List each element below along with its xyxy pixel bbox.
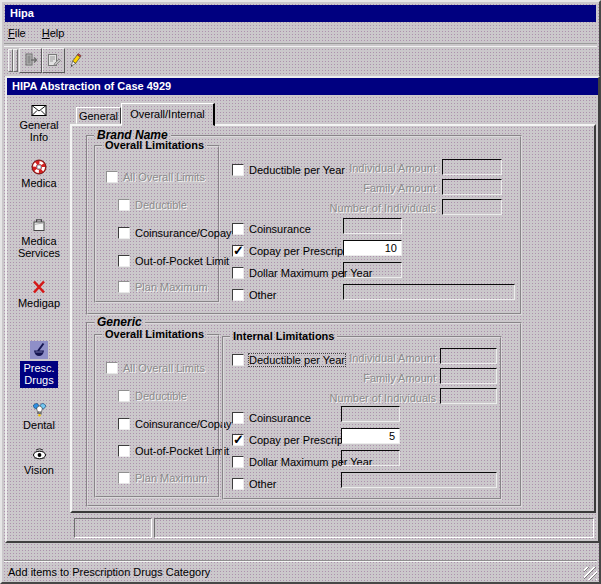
case-window-titlebar[interactable]: HIPA Abstraction of Case 4929	[7, 78, 598, 95]
checkbox-coinsurance-copay[interactable]: Coinsurance/Copay	[118, 225, 232, 240]
checkbox-box	[118, 472, 130, 484]
app-title: Hipa	[10, 7, 34, 19]
coinsurance-field[interactable]	[341, 406, 400, 422]
number-of-individuals-field[interactable]	[442, 199, 502, 215]
checkbox-plan-maximum[interactable]: Plan Maximum	[118, 279, 208, 294]
generic-overall-limitations-group: Overall Limitations All Overall Limits D…	[94, 334, 220, 498]
case-window: HIPA Abstraction of Case 4929 General In…	[5, 76, 600, 543]
edit-form-icon	[46, 52, 62, 70]
tab-control: General Overall/Internal Brand Name Over…	[70, 103, 596, 513]
sidebar-item-label: General	[7, 119, 71, 131]
checkbox-box	[118, 255, 130, 267]
app-titlebar[interactable]: Hipa	[5, 5, 596, 22]
individual-amount-field[interactable]	[440, 348, 497, 364]
family-amount-label: Family Amount	[288, 182, 436, 194]
copay-per-prescription-field[interactable]: 10	[343, 240, 402, 256]
checkbox-box	[118, 199, 130, 211]
generic-group: Generic Overall Limitations All Overall …	[86, 322, 522, 507]
checkbox-copay-per-prescription[interactable]: Copay per Prescription	[232, 243, 361, 258]
case-window-body: General Info Medica	[7, 95, 598, 541]
sidebar-item-medigap[interactable]: Medigap	[7, 279, 71, 309]
toolbar	[6, 46, 597, 73]
checkbox-box	[232, 434, 244, 446]
case-window-title: HIPA Abstraction of Case 4929	[12, 80, 171, 92]
checkbox-all-overall-limits[interactable]: All Overall Limits	[106, 360, 205, 375]
checkbox-box	[118, 281, 130, 293]
checkbox-coinsurance[interactable]: Coinsurance	[232, 410, 311, 425]
checkbox-all-overall-limits[interactable]: All Overall Limits	[106, 169, 205, 184]
sidebar-item-dental[interactable]: Dental	[7, 401, 71, 431]
red-x-icon	[7, 279, 71, 295]
checkbox-box	[118, 418, 130, 430]
checkbox-out-of-pocket-limit[interactable]: Out-of-Pocket Limit	[118, 443, 229, 458]
checkbox-box	[106, 171, 118, 183]
winged-tooth-icon	[7, 401, 71, 417]
checkbox-coinsurance-copay[interactable]: Coinsurance/Copay	[118, 416, 232, 431]
sidebar-item-medica[interactable]: Medica	[7, 159, 71, 189]
mortar-pestle-icon	[7, 341, 71, 359]
checkbox-deductible[interactable]: Deductible	[118, 197, 187, 212]
checkbox-box	[232, 245, 244, 257]
individual-amount-field[interactable]	[442, 159, 502, 175]
app-window: Hipa File Help	[0, 0, 601, 584]
number-of-individuals-label: Number of Individuals	[294, 392, 436, 404]
internal-limitations-title: Internal Limitations	[230, 330, 337, 342]
family-amount-field[interactable]	[440, 368, 497, 384]
brand-name-group: Brand Name Overall Limitations All Overa…	[86, 135, 522, 315]
family-amount-label: Family Amount	[294, 372, 436, 384]
sidebar-item-label: Info	[7, 131, 71, 143]
generic-group-title: Generic	[94, 315, 145, 329]
checkbox-box	[232, 267, 244, 279]
coinsurance-field[interactable]	[343, 218, 402, 234]
checkbox-other[interactable]: Other	[232, 287, 277, 302]
exit-door-icon	[23, 52, 39, 70]
checkbox-box	[232, 412, 244, 424]
tab-overall-internal[interactable]: Overall/Internal	[121, 103, 215, 126]
sidebar-item-label: Medica	[7, 235, 71, 247]
dollar-maximum-per-year-field[interactable]	[343, 262, 402, 278]
family-amount-field[interactable]	[442, 179, 502, 195]
copay-per-prescription-field[interactable]: 5	[341, 428, 400, 444]
tab-general[interactable]: General	[76, 107, 121, 124]
category-sidebar: General Info Medica	[7, 95, 71, 541]
edit-form-button[interactable]	[42, 48, 65, 73]
dollar-maximum-per-year-field[interactable]	[341, 450, 400, 466]
envelope-icon	[7, 104, 71, 117]
checkbox-other[interactable]: Other	[232, 476, 277, 491]
sidebar-item-presc-drugs[interactable]: Presc. Drugs	[7, 341, 71, 388]
number-of-individuals-label: Number of Individuals	[288, 202, 436, 214]
status-text: Add items to Prescription Drugs Category	[8, 566, 210, 578]
status-bar: Add items to Prescription Drugs Category	[4, 560, 597, 582]
overall-limitations-title: Overall Limitations	[102, 328, 207, 340]
child-status-panel-right	[154, 518, 594, 538]
internal-limitations-group: Internal Limitations Deductible per Year…	[222, 336, 502, 500]
hand-pencil-icon	[68, 52, 84, 70]
checkbox-coinsurance[interactable]: Coinsurance	[232, 221, 311, 236]
sidebar-item-vision[interactable]: Vision	[7, 447, 71, 476]
eye-icon	[7, 447, 71, 462]
toolbar-gripper[interactable]	[13, 49, 18, 72]
sidebar-item-general-info[interactable]: General Info	[7, 104, 71, 143]
hand-pencil-button[interactable]	[64, 48, 87, 73]
menu-help[interactable]: Help	[42, 25, 65, 42]
number-of-individuals-field[interactable]	[440, 388, 497, 404]
other-field[interactable]	[341, 472, 497, 488]
checkbox-box	[232, 289, 244, 301]
checkbox-box	[118, 227, 130, 239]
other-field[interactable]	[343, 284, 515, 300]
checkbox-deductible[interactable]: Deductible	[118, 388, 187, 403]
child-status-panel-left	[74, 518, 152, 538]
menu-file[interactable]: File	[8, 25, 26, 42]
checkbox-out-of-pocket-limit[interactable]: Out-of-Pocket Limit	[118, 253, 229, 268]
menu-bar: File Help	[8, 25, 64, 42]
sidebar-item-label: Presc. Drugs	[20, 361, 57, 388]
checkbox-box	[232, 164, 244, 176]
sidebar-item-medica-services[interactable]: Medica Services	[7, 217, 71, 259]
checkbox-box	[232, 478, 244, 490]
tab-page-overall-internal: Brand Name Overall Limitations All Overa…	[70, 124, 596, 513]
checkbox-plan-maximum[interactable]: Plan Maximum	[118, 470, 208, 485]
exit-button[interactable]	[19, 48, 42, 73]
services-bag-icon	[7, 217, 71, 233]
overall-limitations-title: Overall Limitations	[102, 139, 207, 151]
resize-grip[interactable]	[584, 567, 597, 580]
